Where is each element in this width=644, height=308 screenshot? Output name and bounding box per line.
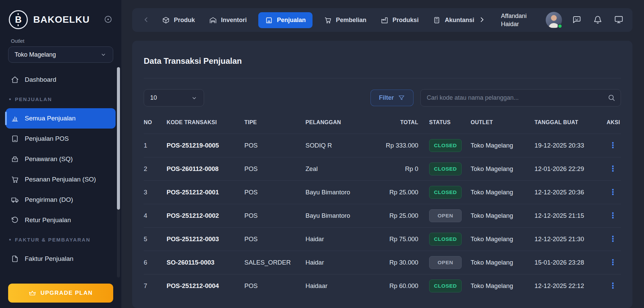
tab-produksi[interactable]: Produksi <box>378 12 421 28</box>
filter-button[interactable]: Filter <box>370 90 414 106</box>
cell-pelanggan: Haidar <box>305 228 375 251</box>
module-tabs: Produk Inventori Penjualan Pembelian Pro… <box>159 12 477 28</box>
cell-total: Rp 25.000 <box>375 204 421 228</box>
col-tipe: TIPE <box>244 110 305 134</box>
cell-tipe: POS <box>244 157 305 181</box>
sidebar-item-label: Dashboard <box>25 76 56 83</box>
main-area: Produk Inventori Penjualan Pembelian Pro… <box>121 0 644 308</box>
cell-status: OPEN <box>421 204 470 228</box>
outlet-select[interactable]: Toko Magelang <box>8 46 113 63</box>
cash-register-icon <box>11 155 19 163</box>
cell-aksi: ⋮ <box>607 204 621 228</box>
cell-status: CLOSED <box>421 157 470 181</box>
sidebar: B BAKOELKU Outlet Toko Magelang Dashboar… <box>0 0 121 308</box>
notifications-button[interactable] <box>592 15 603 25</box>
app-root: B BAKOELKU Outlet Toko Magelang Dashboar… <box>0 0 644 308</box>
sidebar-item-penjualan-pos[interactable]: Penjualan POS <box>6 129 116 149</box>
status-badge: CLOSED <box>429 233 462 246</box>
kebab-menu-icon: ⋮ <box>609 164 617 173</box>
cart-icon <box>324 16 332 24</box>
bitcoin-glyph: B <box>15 15 22 25</box>
table-row[interactable]: 3 POS-251212-0001 POS Bayu Bimantoro Rp … <box>144 181 621 204</box>
page-size-select[interactable]: 10 <box>144 89 204 107</box>
cell-status: CLOSED <box>421 134 470 157</box>
sidebar-collapse-button[interactable] <box>103 15 113 25</box>
sidebar-item-label: Pengiriman (DO) <box>25 196 73 204</box>
table-row[interactable]: 2 POS-260112-0008 POS Zeal Rp 0 CLOSED T… <box>144 157 621 181</box>
brand-logo: B <box>9 10 28 29</box>
cell-tanggal: 12-01-2026 22:29 <box>535 157 607 181</box>
status-badge: CLOSED <box>429 280 462 292</box>
tab-inventori[interactable]: Inventori <box>206 12 249 28</box>
content-card: Data Transaksi Penjualan 10 Filter <box>132 41 632 308</box>
upgrade-plan-button[interactable]: UPGRADE PLAN <box>8 284 113 303</box>
tabs-scroll-left-button[interactable] <box>141 15 151 25</box>
tab-pembelian[interactable]: Pembelian <box>321 12 369 28</box>
row-actions-button[interactable]: ⋮ <box>608 141 618 149</box>
sidebar-item-pesanan-penjualan-so[interactable]: Pesanan Penjualan (SO) <box>6 169 116 190</box>
sidebar-item-dashboard[interactable]: Dashboard <box>6 70 116 90</box>
table-row[interactable]: 5 POS-251212-0003 POS Haidar Rp 75.000 C… <box>144 228 621 251</box>
store-icon <box>265 16 273 24</box>
cell-tipe: SALES_ORDER <box>244 251 305 274</box>
cell-aksi: ⋮ <box>607 274 621 298</box>
tabs-scroll-right-button[interactable] <box>477 15 487 25</box>
status-badge: CLOSED <box>429 162 462 175</box>
tab-penjualan[interactable]: Penjualan <box>258 12 313 28</box>
row-actions-button[interactable]: ⋮ <box>608 188 618 196</box>
cell-tipe: POS <box>244 274 305 298</box>
bar-chart-icon <box>11 114 19 122</box>
cell-outlet: Toko Magelang <box>470 204 535 228</box>
row-actions-button[interactable]: ⋮ <box>608 212 618 219</box>
cell-tanggal: 15-01-2026 23:28 <box>535 251 607 274</box>
col-pelanggan: PELANGGAN <box>305 110 375 134</box>
truck-icon <box>11 196 19 204</box>
cell-kode: SO-260115-0003 <box>167 251 245 274</box>
cell-kode: POS-260112-0008 <box>167 157 245 181</box>
table-row[interactable]: 4 POS-251212-0002 POS Bayu Bimantoro Rp … <box>144 204 621 228</box>
row-actions-button[interactable]: ⋮ <box>608 235 618 243</box>
user-avatar[interactable] <box>546 12 562 28</box>
sidebar-item-semua-penjualan[interactable]: Semua Penjualan <box>6 108 116 129</box>
cell-status: CLOSED <box>421 228 470 251</box>
table-row[interactable]: 1 POS-251219-0005 POS SODIQ R Rp 333.000… <box>144 134 621 157</box>
table-row[interactable]: 6 SO-260115-0003 SALES_ORDER Haidar Rp 3… <box>144 251 621 274</box>
bell-icon <box>593 15 602 24</box>
crown-icon <box>28 289 36 297</box>
tab-akuntansi[interactable]: Akuntansi <box>430 12 477 28</box>
cell-aksi: ⋮ <box>607 251 621 274</box>
sidebar-item-faktur-penjualan[interactable]: Faktur Penjualan <box>6 249 116 269</box>
cell-kode: POS-251212-0001 <box>167 181 245 204</box>
topbar: Produk Inventori Penjualan Pembelian Pro… <box>132 8 632 32</box>
cell-pelanggan: Bayu Bimantoro <box>305 204 375 228</box>
table-row[interactable]: 7 POS-251212-0004 POS Haidaar Rp 60.000 … <box>144 274 621 298</box>
page-title: Data Transaksi Penjualan <box>144 56 621 66</box>
calculator-icon <box>433 16 441 24</box>
row-actions-button[interactable]: ⋮ <box>608 165 618 173</box>
transactions-table: NO KODE TRANSAKSI TIPE PELANGGAN TOTAL S… <box>144 110 621 298</box>
search-input[interactable] <box>420 89 621 107</box>
tab-produk[interactable]: Produk <box>159 12 198 28</box>
monitor-icon <box>614 15 623 24</box>
cell-total: Rp 333.000 <box>375 134 421 157</box>
cell-kode: POS-251212-0002 <box>167 204 245 228</box>
brand-row: B BAKOELKU <box>0 0 121 29</box>
chevron-left-icon <box>142 15 150 24</box>
cell-outlet: Toko Magelang <box>470 251 535 274</box>
cell-status: CLOSED <box>421 274 470 298</box>
scrollbar-thumb[interactable] <box>117 67 120 210</box>
chat-button[interactable] <box>571 15 582 25</box>
row-actions-button[interactable]: ⋮ <box>608 258 618 266</box>
display-button[interactable] <box>613 15 624 25</box>
sidebar-item-penawaran-sq[interactable]: Penawaran (SQ) <box>6 149 116 169</box>
cell-aksi: ⋮ <box>607 157 621 181</box>
sidebar-item-pengiriman-do[interactable]: Pengiriman (DO) <box>6 190 116 210</box>
row-actions-button[interactable]: ⋮ <box>608 282 618 290</box>
status-badge: CLOSED <box>429 186 462 199</box>
factory-icon <box>381 16 388 24</box>
cart-icon <box>11 175 19 184</box>
kebab-menu-icon: ⋮ <box>609 211 617 220</box>
chevron-down-icon <box>100 51 107 58</box>
sidebar-item-retur-penjualan[interactable]: Retur Penjualan <box>6 210 116 230</box>
sidebar-scrollbar[interactable] <box>117 67 120 277</box>
